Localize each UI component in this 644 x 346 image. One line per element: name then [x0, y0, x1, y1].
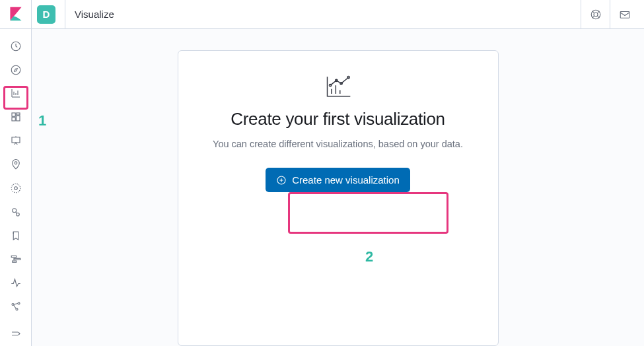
chart-line-icon [324, 73, 353, 100]
svg-point-1 [11, 65, 20, 75]
nav-logs[interactable] [0, 224, 32, 248]
tutorial-highlight-2 [288, 192, 448, 234]
maps-icon [10, 158, 22, 170]
mail-button[interactable] [610, 0, 639, 29]
ml-icon [10, 182, 22, 194]
space-selector[interactable]: D [37, 5, 55, 24]
svg-rect-13 [14, 259, 20, 260]
svg-point-10 [12, 209, 16, 213]
svg-rect-4 [16, 116, 19, 121]
content-area: Create your first visualization You can … [32, 29, 644, 346]
svg-rect-12 [11, 256, 17, 258]
tutorial-highlight-1 [3, 86, 28, 110]
nav-graph[interactable] [0, 294, 32, 318]
nav-apm[interactable] [0, 248, 32, 271]
nav-uptime[interactable] [0, 271, 32, 294]
nav-metrics[interactable] [0, 200, 32, 224]
nav-machine-learning[interactable] [0, 176, 32, 200]
svg-rect-3 [16, 113, 19, 115]
newsfeed-button[interactable] [581, 0, 610, 29]
create-button-label: Create new visualization [292, 174, 400, 186]
graph-icon [10, 300, 22, 312]
svg-point-9 [14, 187, 17, 190]
metrics-icon [10, 206, 22, 218]
svg-rect-5 [12, 118, 15, 121]
svg-point-21 [329, 85, 331, 86]
plus-circle-icon [276, 175, 287, 186]
card-hero-icon [193, 73, 483, 100]
compass-icon [10, 64, 22, 76]
svg-point-19 [594, 13, 598, 17]
sidebar [0, 0, 32, 346]
svg-point-16 [18, 302, 20, 304]
svg-rect-20 [620, 11, 629, 18]
nav-collapse[interactable] [0, 322, 32, 346]
dashboard-icon [10, 111, 22, 123]
nav-recently-viewed[interactable] [0, 34, 32, 58]
divider [65, 0, 65, 29]
uptime-icon [10, 277, 22, 289]
main: D Visualize Crea [32, 0, 644, 346]
clock-icon [10, 40, 22, 52]
apm-icon [10, 253, 22, 265]
nav-discover[interactable] [0, 58, 32, 82]
svg-rect-6 [12, 137, 20, 143]
tutorial-annotation-1: 1 [38, 112, 46, 129]
nav-canvas[interactable] [0, 129, 32, 153]
empty-state-title: Create your first visualization [193, 109, 483, 129]
canvas-icon [10, 135, 22, 147]
svg-rect-2 [12, 113, 15, 116]
nav-maps[interactable] [0, 153, 32, 176]
tutorial-annotation-2: 2 [365, 248, 373, 265]
kibana-logo-icon [9, 6, 23, 22]
breadcrumb[interactable]: Visualize [75, 9, 114, 20]
empty-state-description: You can create different visualizations,… [193, 139, 483, 149]
logs-icon [10, 230, 22, 242]
svg-rect-14 [12, 261, 16, 262]
mail-icon [619, 9, 631, 20]
svg-point-7 [15, 162, 17, 164]
header: D Visualize [32, 0, 644, 29]
lifebuoy-icon [590, 9, 602, 20]
kibana-logo[interactable] [0, 0, 32, 29]
create-visualization-button[interactable]: Create new visualization [266, 168, 410, 192]
svg-point-8 [11, 184, 20, 193]
collapse-icon [10, 328, 22, 340]
svg-point-24 [347, 77, 349, 79]
